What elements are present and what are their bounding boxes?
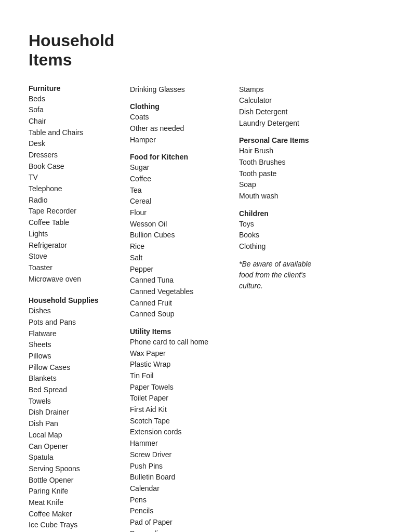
list-item: Plastic Wrap [130, 359, 234, 370]
list-item: Coats [130, 112, 234, 123]
drinking-glasses-item: Drinking Glasses [130, 84, 234, 96]
clothing-heading: Clothing [130, 102, 234, 111]
furniture-heading: Furniture [29, 84, 125, 92]
list-item: Refrigerator [29, 240, 125, 251]
utility-list: Phone card to call homeWax PaperPlastic … [130, 337, 234, 532]
list-item: Tooth Brushes [239, 157, 325, 168]
household-supplies-heading: Household Supplies [29, 296, 125, 304]
list-item: Calculator [239, 95, 325, 107]
furniture-list: BedsSofaChairTable and ChairsDeskDresser… [29, 94, 125, 285]
list-item: Books [239, 230, 325, 241]
list-item: Serving Spoons [29, 463, 125, 475]
list-item: Canned Soup [130, 309, 234, 320]
list-item: Radio [29, 195, 125, 206]
list-item: Desk [29, 138, 125, 150]
list-item: Ice Cube Trays [29, 520, 125, 531]
list-item: Local Map [29, 430, 125, 441]
list-item: Dishes [29, 305, 125, 317]
list-item: Lights [29, 229, 125, 240]
list-item: Coffee [130, 174, 234, 185]
list-item: Spatula [29, 452, 125, 463]
list-item: Phone card to call home [130, 337, 234, 348]
column-3: StampsCalculatorDish DetergentLaundry De… [239, 84, 330, 291]
list-item: Coffee Maker [29, 509, 125, 520]
list-item: Sheets [29, 339, 125, 351]
list-item: Stamps [239, 84, 325, 96]
utility-heading: Utility Items [130, 327, 234, 336]
list-item: Sugar [130, 162, 234, 174]
column-1: Furniture BedsSofaChairTable and ChairsD… [29, 84, 130, 532]
list-item: Tape Recorder [29, 206, 125, 217]
children-list: ToysBooksClothing [239, 219, 325, 252]
list-item: Telephone [29, 183, 125, 195]
list-item: Scotch Tape [130, 416, 234, 427]
list-item: Extension cords [130, 427, 234, 438]
household-supplies-list: DishesPots and PansFlatwareSheetsPillows… [29, 305, 125, 532]
list-item: Flour [130, 207, 234, 219]
list-item: Canned Fruit [130, 298, 234, 309]
main-content: Furniture BedsSofaChairTable and ChairsD… [29, 84, 382, 532]
list-item: Push Pins [130, 461, 234, 472]
list-item: Hamper [130, 135, 234, 146]
list-item: Dish Detergent [239, 107, 325, 118]
list-item: Toaster [29, 262, 125, 274]
misc-list: StampsCalculatorDish DetergentLaundry De… [239, 84, 325, 129]
list-item: Paring Knife [29, 486, 125, 497]
list-item: Salt [130, 252, 234, 264]
children-heading: Children [239, 209, 325, 218]
list-item: Blankets [29, 373, 125, 384]
list-item: Wax Paper [130, 348, 234, 360]
list-item: Table and Chairs [29, 127, 125, 139]
list-item: Paper Towels [130, 382, 234, 393]
list-item: Mouth wash [239, 191, 325, 202]
list-item: Hammer [130, 438, 234, 449]
list-item: Dressers [29, 150, 125, 161]
list-item: Soap [239, 179, 325, 191]
list-item: Beds [29, 94, 125, 105]
list-item: Screw Driver [130, 449, 234, 461]
column-2: Drinking Glasses Clothing CoatsOther as … [130, 84, 239, 532]
list-item: Coffee Table [29, 217, 125, 229]
list-item: Stove [29, 251, 125, 262]
list-item: Paper clips [130, 528, 234, 532]
list-item: Pillows [29, 351, 125, 362]
list-item: Cereal [130, 196, 234, 207]
page-title: Household Items [29, 31, 122, 70]
list-item: Sofa [29, 104, 125, 116]
list-item: Towels [29, 396, 125, 407]
personal-care-list: Hair BrushTooth BrushesTooth pasteSoapMo… [239, 145, 325, 202]
list-item: Meat Knife [29, 497, 125, 509]
list-item: Pencils [130, 506, 234, 517]
list-item: Canned Vegetables [130, 286, 234, 298]
list-item: Calendar [130, 483, 234, 495]
food-list: SugarCoffeeTeaCerealFlourWesson OilBulli… [130, 162, 234, 320]
list-item: Pillow Cases [29, 362, 125, 374]
list-item: Can Opener [29, 441, 125, 453]
list-item: Wesson Oil [130, 219, 234, 230]
note-text: *Be aware of available food from the cli… [239, 259, 325, 291]
list-item: Pens [130, 495, 234, 506]
personal-care-heading: Personal Care Items [239, 136, 325, 144]
list-item: Hair Brush [239, 145, 325, 157]
list-item: Dish Pan [29, 418, 125, 430]
list-item: Tea [130, 185, 234, 196]
list-item: First Aid Kit [130, 404, 234, 416]
list-item: Pad of Paper [130, 517, 234, 528]
list-item: Bulletin Board [130, 472, 234, 483]
list-item: Dish Drainer [29, 407, 125, 418]
list-item: Bottle Opener [29, 475, 125, 486]
list-item: Rice [130, 241, 234, 252]
list-item: TV [29, 172, 125, 183]
list-item: Flatware [29, 328, 125, 340]
list-item: Microwave oven [29, 274, 125, 285]
list-item: Toilet Paper [130, 393, 234, 404]
list-item: Pepper [130, 264, 234, 275]
list-item: Bed Spread [29, 384, 125, 396]
list-item: Bullion Cubes [130, 230, 234, 241]
list-item: Pots and Pans [29, 317, 125, 328]
list-item: Other as needed [130, 123, 234, 135]
list-item: Clothing [239, 241, 325, 252]
list-item: Laundry Detergent [239, 118, 325, 129]
clothing-list: CoatsOther as neededHamper [130, 112, 234, 145]
list-item: Chair [29, 116, 125, 127]
